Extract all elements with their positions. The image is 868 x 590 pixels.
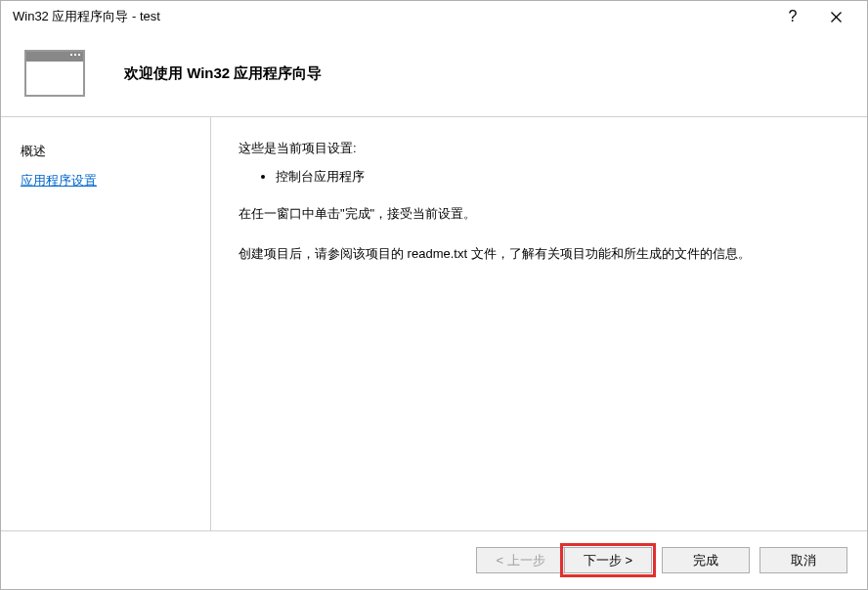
header-area: 欢迎使用 Win32 应用程序向导 [1, 32, 867, 116]
intro-text: 这些是当前项目设置: [239, 137, 840, 159]
cancel-button[interactable]: 取消 [760, 547, 847, 573]
finish-button[interactable]: 完成 [662, 547, 750, 573]
close-button[interactable] [814, 2, 857, 31]
sidebar-item-overview[interactable]: 概述 [21, 137, 191, 166]
list-item: 控制台应用程序 [276, 165, 840, 188]
wizard-window: Win32 应用程序向导 - test ? 欢迎使用 Win32 应用程序向导 … [0, 0, 868, 590]
footer-button-bar: < 上一步 下一步 > 完成 取消 [1, 530, 867, 589]
instruction-text-2: 创建项目后，请参阅该项目的 readme.txt 文件，了解有关项目功能和所生成… [239, 242, 840, 265]
help-button[interactable]: ? [771, 2, 814, 31]
instruction-text-1: 在任一窗口中单击"完成"，接受当前设置。 [239, 202, 840, 225]
sidebar-item-app-settings[interactable]: 应用程序设置 [21, 166, 191, 195]
next-button[interactable]: 下一步 > [564, 547, 652, 573]
window-title: Win32 应用程序向导 - test [13, 8, 771, 25]
sidebar: 概述 应用程序设置 [1, 117, 211, 530]
titlebar: Win32 应用程序向导 - test ? [1, 1, 867, 32]
nav-button-group: < 上一步 下一步 > [476, 547, 652, 573]
previous-button: < 上一步 [476, 547, 564, 573]
settings-bullet-list: 控制台应用程序 [239, 165, 840, 188]
close-icon [831, 12, 842, 22]
page-title: 欢迎使用 Win32 应用程序向导 [124, 64, 322, 83]
main-panel: 这些是当前项目设置: 控制台应用程序 在任一窗口中单击"完成"，接受当前设置。 … [211, 117, 867, 530]
content-area: 概述 应用程序设置 这些是当前项目设置: 控制台应用程序 在任一窗口中单击"完成… [1, 116, 867, 530]
app-window-icon [24, 50, 85, 97]
